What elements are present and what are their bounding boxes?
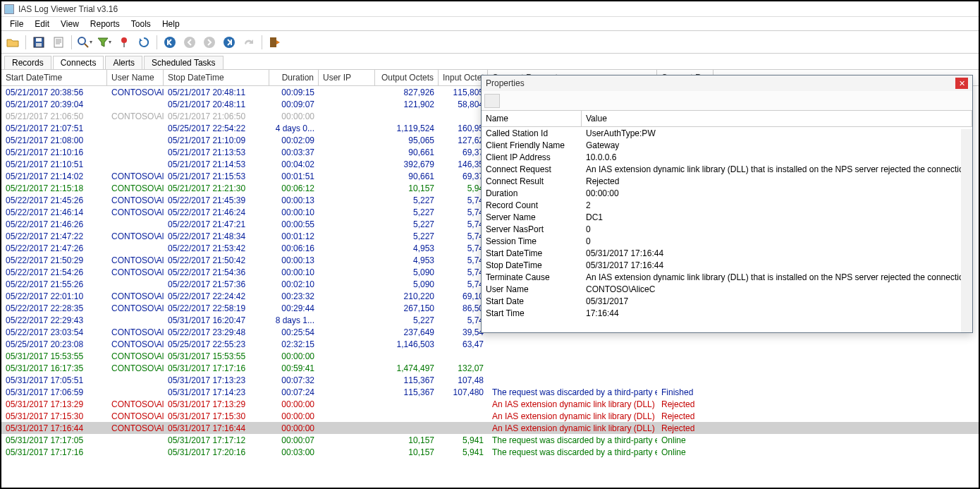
property-value: An IAS extension dynamic link library (D…: [582, 272, 972, 282]
search-icon[interactable]: ▾: [76, 34, 93, 51]
properties-titlebar[interactable]: Properties ✕: [482, 76, 972, 91]
svg-rect-1: [36, 38, 42, 42]
property-row[interactable]: Server NameDC1: [482, 211, 972, 223]
cell: 1,119,524: [375, 123, 439, 133]
folder-open-icon[interactable]: [4, 34, 21, 51]
menu-help[interactable]: Help: [157, 19, 185, 29]
nav-first-icon[interactable]: [161, 34, 178, 51]
cell: 00:00:10: [269, 207, 319, 217]
cell: 827,926: [375, 87, 439, 97]
property-value: 2: [582, 200, 972, 210]
cell: 05/22/2017 21:50:42: [164, 255, 269, 265]
tab-records[interactable]: Records: [4, 56, 51, 69]
property-name: Called Station Id: [482, 128, 582, 138]
property-row[interactable]: Connect RequestAn IAS extension dynamic …: [482, 163, 972, 175]
properties-col-value[interactable]: Value: [582, 111, 972, 126]
property-value: 05/31/2017: [582, 296, 972, 306]
tab-scheduled[interactable]: Scheduled Tasks: [144, 56, 223, 69]
property-row[interactable]: Client IP Address10.0.0.6: [482, 151, 972, 163]
pin-icon[interactable]: [116, 34, 133, 51]
col-start[interactable]: Start DateTime: [1, 70, 107, 85]
nav-prev-icon[interactable]: [181, 34, 198, 51]
property-row[interactable]: User NameCONTOSO\AliceC: [482, 283, 972, 295]
property-row[interactable]: Connect ResultRejected: [482, 175, 972, 187]
table-row[interactable]: 05/31/2017 17:13:29CONTOSO\AliceC05/31/2…: [1, 398, 979, 410]
tab-connects[interactable]: Connects: [53, 56, 104, 70]
cell: 05/21/2017 21:10:51: [1, 159, 107, 169]
save-icon[interactable]: [30, 34, 47, 51]
table-row[interactable]: 05/31/2017 17:17:0505/31/2017 17:17:1200…: [1, 434, 979, 446]
table-row[interactable]: 05/31/2017 17:05:5105/31/2017 17:13:2300…: [1, 374, 979, 386]
col-output[interactable]: Output Octets: [375, 70, 439, 85]
cell: 267,150: [375, 303, 439, 313]
table-row[interactable]: 05/31/2017 17:15:30CONTOSO\AliceC05/31/2…: [1, 410, 979, 422]
table-row[interactable]: 05/31/2017 17:16:44CONTOSO\AliceC05/31/2…: [1, 422, 979, 434]
exit-icon[interactable]: [267, 34, 283, 51]
cell: CONTOSO\AliceC: [107, 255, 164, 265]
property-row[interactable]: Client Friendly NameGateway: [482, 139, 972, 151]
col-ip[interactable]: User IP: [319, 70, 375, 85]
properties-title: Properties: [486, 78, 525, 88]
cell: 00:09:15: [269, 87, 319, 97]
table-row[interactable]: 05/25/2017 20:23:08CONTOSO\AliceC05/25/2…: [1, 338, 979, 350]
tab-alerts[interactable]: Alerts: [105, 56, 142, 69]
cell: Rejected: [657, 423, 713, 433]
menu-edit[interactable]: Edit: [29, 19, 55, 29]
property-row[interactable]: Duration00:00:00: [482, 187, 972, 199]
property-row[interactable]: Stop DateTime05/31/2017 17:16:44: [482, 259, 972, 271]
cell: CONTOSO\AliceC: [107, 207, 164, 217]
filter-icon[interactable]: ▾: [96, 34, 113, 51]
properties-body[interactable]: Called Station IdUserAuthType:PWClient F…: [482, 127, 972, 319]
property-row[interactable]: Start DateTime05/31/2017 17:16:44: [482, 247, 972, 259]
cell: Online: [657, 435, 713, 445]
cell: 05/21/2017 21:21:30: [164, 183, 269, 193]
refresh-icon[interactable]: [135, 34, 152, 51]
table-row[interactable]: 05/31/2017 17:06:5905/31/2017 17:14:2300…: [1, 386, 979, 398]
cell: 05/21/2017 21:10:09: [164, 135, 269, 145]
cell: 00:29:44: [269, 303, 319, 313]
cell: 5,227: [375, 231, 439, 241]
cell: 05/22/2017 22:29:43: [1, 315, 107, 325]
col-stop[interactable]: Stop DateTime: [164, 70, 269, 85]
cell: 00:04:02: [269, 159, 319, 169]
table-row[interactable]: 05/31/2017 17:17:1605/31/2017 17:20:1600…: [1, 446, 979, 458]
app-title: IAS Log Viewer Trial v3.16: [18, 4, 118, 14]
cell: 5,227: [375, 219, 439, 229]
properties-category-icon[interactable]: [484, 94, 500, 108]
cell: 00:23:32: [269, 291, 319, 301]
menu-tools[interactable]: Tools: [125, 19, 157, 29]
nav-next-icon[interactable]: [201, 34, 218, 51]
col-duration[interactable]: Duration: [269, 70, 319, 85]
property-row[interactable]: Called Station IdUserAuthType:PW: [482, 127, 972, 139]
svg-rect-2: [36, 43, 42, 47]
property-row[interactable]: Start Time17:16:44: [482, 307, 972, 319]
col-user[interactable]: User Name: [107, 70, 164, 85]
cell: 115,367: [375, 375, 439, 385]
close-icon[interactable]: ✕: [955, 78, 968, 89]
cell: 05/31/2017 17:06:59: [1, 387, 107, 397]
cell: CONTOSO\AliceC: [107, 195, 164, 205]
menu-file[interactable]: File: [4, 19, 29, 29]
property-value: CONTOSO\AliceC: [582, 284, 972, 294]
property-row[interactable]: Record Count2: [482, 199, 972, 211]
property-row[interactable]: Session Time0: [482, 235, 972, 247]
menu-view[interactable]: View: [55, 19, 85, 29]
properties-scrollbar[interactable]: [961, 129, 972, 332]
property-row[interactable]: Server NasPort0: [482, 223, 972, 235]
table-row[interactable]: 05/31/2017 16:17:35CONTOSO\AliceC05/31/2…: [1, 362, 979, 374]
report-icon[interactable]: [50, 34, 67, 51]
cell: 1,474,497: [375, 363, 439, 373]
table-row[interactable]: 05/31/2017 15:53:55CONTOSO\AliceC05/31/2…: [1, 350, 979, 362]
property-row[interactable]: Terminate CauseAn IAS extension dynamic …: [482, 271, 972, 283]
redo-icon[interactable]: [240, 34, 257, 51]
cell: CONTOSO\AliceC: [107, 327, 164, 337]
cell: 05/31/2017 17:14:23: [164, 387, 269, 397]
property-name: Start Date: [482, 296, 582, 306]
nav-last-icon[interactable]: [221, 34, 238, 51]
properties-header: Name Value: [482, 111, 972, 127]
menu-reports[interactable]: Reports: [85, 19, 125, 29]
cell: 00:00:07: [269, 435, 319, 445]
cell: Rejected: [657, 411, 713, 421]
property-row[interactable]: Start Date05/31/2017: [482, 295, 972, 307]
properties-col-name[interactable]: Name: [482, 111, 582, 126]
